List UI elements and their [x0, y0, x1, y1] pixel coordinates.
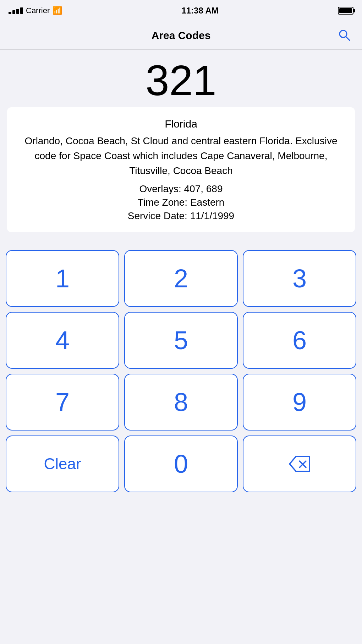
area-code-display: 321: [7, 57, 355, 104]
key-2[interactable]: 2: [124, 250, 238, 307]
keypad-row-2: 4 5 6: [6, 312, 356, 369]
clear-button[interactable]: Clear: [6, 435, 119, 492]
info-description: Orlando, Cocoa Beach, St Cloud and centr…: [21, 134, 341, 178]
svg-line-1: [346, 37, 350, 40]
key-6[interactable]: 6: [243, 312, 356, 369]
status-time: 11:38 AM: [181, 6, 218, 16]
search-icon: [338, 28, 351, 41]
backspace-icon: [288, 455, 311, 473]
info-overlays: Overlays: 407, 689: [21, 183, 341, 195]
key-9[interactable]: 9: [243, 374, 356, 431]
keypad: 1 2 3 4 5 6 7 8 9 Clear 0: [0, 243, 362, 499]
battery-icon: [338, 7, 353, 15]
signal-icon: [9, 7, 23, 14]
wifi-icon: 📶: [53, 6, 62, 15]
key-3[interactable]: 3: [243, 250, 356, 307]
key-0[interactable]: 0: [124, 435, 238, 492]
key-1[interactable]: 1: [6, 250, 119, 307]
search-button[interactable]: [335, 26, 353, 45]
status-right: [338, 7, 353, 15]
nav-bar: Area Codes: [0, 21, 362, 50]
status-bar: Carrier 📶 11:38 AM: [0, 0, 362, 21]
carrier-label: Carrier: [26, 6, 50, 15]
display-area: 321 Florida Orlando, Cocoa Beach, St Clo…: [0, 50, 362, 243]
key-5[interactable]: 5: [124, 312, 238, 369]
page-title: Area Codes: [152, 29, 211, 42]
keypad-row-4: Clear 0: [6, 435, 356, 492]
info-card: Florida Orlando, Cocoa Beach, St Cloud a…: [7, 107, 355, 232]
info-service-date: Service Date: 11/1/1999: [21, 210, 341, 222]
key-7[interactable]: 7: [6, 374, 119, 431]
status-left: Carrier 📶: [9, 6, 62, 15]
info-state: Florida: [21, 118, 341, 130]
info-timezone: Time Zone: Eastern: [21, 197, 341, 208]
key-8[interactable]: 8: [124, 374, 238, 431]
keypad-row-3: 7 8 9: [6, 374, 356, 431]
key-4[interactable]: 4: [6, 312, 119, 369]
battery-fill: [339, 8, 352, 13]
backspace-button[interactable]: [243, 435, 356, 492]
keypad-row-1: 1 2 3: [6, 250, 356, 307]
